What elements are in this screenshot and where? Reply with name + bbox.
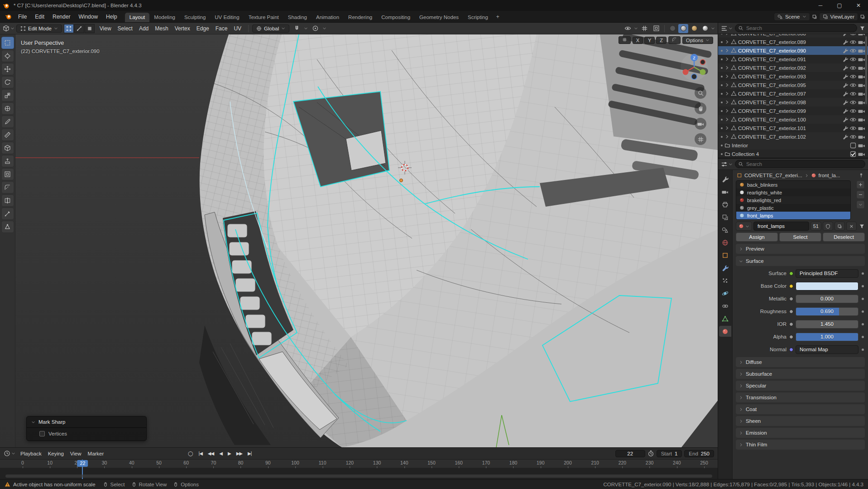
outliner-object-row[interactable]: CORVETTE_C7_exterior.099 (718, 107, 868, 115)
disable-in-render-icon[interactable] (858, 34, 865, 37)
disable-in-render-icon[interactable] (858, 142, 865, 149)
material-slot[interactable]: rearlights_white (736, 189, 850, 196)
slot-list-scrollbar[interactable] (853, 180, 854, 220)
modifier-icon[interactable] (843, 126, 848, 131)
face-select-mode-button[interactable] (85, 24, 95, 33)
material-users-count[interactable]: 51 (810, 222, 821, 231)
outliner-object-row[interactable]: CORVETTE_C7_exterior.090 (718, 46, 868, 55)
navigation-gizmo[interactable]: Z (680, 52, 709, 82)
outliner-search-input[interactable] (735, 24, 857, 32)
animate-dot[interactable] (862, 336, 864, 338)
viewport-canvas[interactable] (0, 34, 718, 447)
tab-material[interactable] (719, 326, 731, 337)
hide-in-viewport-icon[interactable] (849, 39, 857, 46)
transport-button[interactable]: ◀◀ (206, 450, 216, 457)
new-material-icon[interactable] (834, 222, 845, 231)
snap-toggle-icon[interactable] (291, 24, 302, 33)
ior-slider[interactable]: 1.450 (796, 320, 858, 329)
show-overlays-icon[interactable] (622, 24, 633, 33)
outliner-scrollbar[interactable] (865, 36, 867, 104)
tool-move[interactable] (1, 63, 14, 75)
outliner-collection-row[interactable]: Collection 4 (718, 150, 868, 158)
outliner-object-row[interactable]: CORVETTE_C7_exterior.101 (718, 124, 868, 132)
timeline-menu-item[interactable]: Keying (45, 450, 67, 457)
browse-material-icon[interactable] (736, 222, 752, 231)
tab-scene[interactable] (719, 224, 731, 235)
material-slot[interactable]: front_lamps (736, 212, 850, 219)
mode-dropdown[interactable]: Edit Mode (16, 24, 62, 33)
collection-checkbox[interactable] (849, 150, 857, 158)
tab-view-layer[interactable] (719, 212, 731, 223)
disable-in-render-icon[interactable] (858, 47, 865, 54)
disable-in-render-icon[interactable] (858, 73, 865, 80)
disable-in-render-icon[interactable] (858, 116, 865, 123)
tool-knife[interactable] (1, 208, 14, 220)
preview-section-header[interactable]: Preview (736, 244, 865, 254)
viewport-menu-item[interactable]: Add (136, 24, 152, 33)
shading-solid-icon[interactable] (678, 24, 688, 33)
outliner-object-row[interactable]: CORVETTE_C7_exterior.092 (718, 63, 868, 72)
roughness-slider[interactable]: 0.690 (796, 307, 858, 316)
modifier-icon[interactable] (843, 108, 848, 114)
hide-in-viewport-icon[interactable] (849, 73, 857, 80)
tool-poly-build[interactable] (1, 221, 14, 233)
material-action-button[interactable]: Select (779, 232, 821, 242)
workspace-tab[interactable]: Compositing (377, 13, 415, 22)
outliner-object-row[interactable]: CORVETTE_C7_exterior.089 (718, 38, 868, 46)
viewport-menu-item[interactable]: Mesh (152, 24, 171, 33)
tab-physics[interactable] (719, 288, 731, 299)
disable-in-render-icon[interactable] (858, 64, 865, 72)
hide-in-viewport-icon[interactable] (849, 34, 857, 37)
hide-in-viewport-icon[interactable] (849, 64, 857, 72)
hide-in-viewport-icon[interactable] (849, 116, 857, 123)
properties-search-input[interactable] (735, 160, 865, 168)
expand-icon[interactable] (724, 100, 729, 105)
tool-transform[interactable] (1, 102, 14, 115)
mirror-icon[interactable] (619, 36, 631, 44)
workspace-tab[interactable]: Layout (125, 13, 150, 22)
expand-icon[interactable] (724, 91, 729, 96)
disable-in-render-icon[interactable] (858, 56, 865, 63)
animate-dot[interactable] (862, 310, 864, 313)
disable-in-render-icon[interactable] (858, 99, 865, 106)
tool-add-cube[interactable] (1, 142, 14, 154)
disable-in-render-icon[interactable] (858, 90, 865, 97)
breadcrumb-object[interactable]: CORVETTE_C7_exteri... (744, 173, 802, 178)
collapsed-section-header[interactable]: Emission (736, 428, 865, 438)
hide-in-viewport-icon[interactable] (849, 82, 857, 89)
viewport-menu-item[interactable]: Vertex (172, 24, 193, 33)
overlays-dropdown-icon[interactable] (634, 26, 638, 30)
timeline-menu-item[interactable]: View (67, 450, 85, 457)
add-material-slot-button[interactable] (856, 180, 865, 189)
timeline-scrollbar[interactable] (5, 474, 712, 478)
material-specials-dropdown[interactable] (856, 200, 865, 209)
expand-icon[interactable] (724, 65, 729, 70)
transport-button[interactable]: |◀ (197, 450, 205, 457)
tab-particles[interactable] (719, 275, 731, 286)
modifier-icon[interactable] (843, 91, 848, 97)
modifier-icon[interactable] (843, 74, 848, 79)
tab-object-data[interactable] (719, 313, 731, 324)
disable-in-render-icon[interactable] (858, 150, 865, 158)
tool-inset-faces[interactable] (1, 168, 14, 180)
outliner-filter-icon[interactable] (859, 25, 865, 31)
material-name-field[interactable]: front_lamps (753, 222, 809, 231)
animate-dot[interactable] (862, 349, 864, 351)
use-preview-range-icon[interactable] (647, 450, 654, 457)
material-filter-icon[interactable] (859, 223, 865, 229)
menubar-item[interactable]: Window (74, 12, 102, 21)
edge-select-mode-button[interactable] (74, 24, 84, 33)
tab-render[interactable] (719, 186, 731, 197)
current-frame-field[interactable]: 22 (615, 450, 645, 457)
hide-in-viewport-icon[interactable] (849, 125, 857, 132)
outliner-object-row[interactable]: CORVETTE_C7_exterior.088 (718, 34, 868, 38)
outliner-object-row[interactable]: CORVETTE_C7_exterior.093 (718, 72, 868, 81)
vertex-select-mode-button[interactable] (64, 24, 74, 33)
tool-scale[interactable] (1, 89, 14, 102)
tab-world[interactable] (719, 237, 731, 248)
animate-dot[interactable] (862, 285, 864, 287)
animate-dot[interactable] (862, 323, 864, 325)
outliner-object-row[interactable]: CORVETTE_C7_exterior.095 (718, 81, 868, 89)
base-color-swatch[interactable] (796, 282, 858, 290)
outliner-collection-row[interactable]: Interior (718, 141, 868, 150)
